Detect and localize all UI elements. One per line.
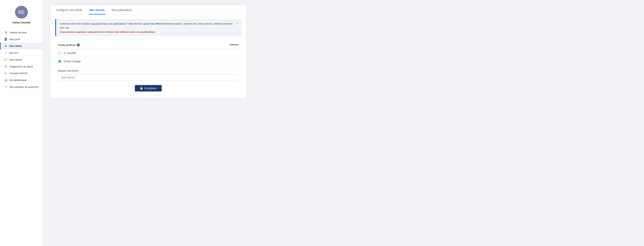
sidebar-item-mes-depots[interactable]: 📁 Mes dépôts: [0, 56, 43, 63]
info-banner-text: Comment votre nom d'auteur apparait-il d…: [60, 22, 238, 30]
col-forme-label: Forme préféree: [58, 44, 76, 46]
sidebar-item-label: Ma bibliothèque: [10, 79, 26, 81]
tabs-bar: Configurer mon IdHAL Mes formes Mes publ…: [50, 5, 246, 15]
orcid-icon: ID: [4, 72, 7, 75]
sidebar-item-mon-profil[interactable]: 👤 Mon profil: [0, 36, 43, 43]
file-icon: 📄: [4, 51, 7, 54]
add-form-section: Ajouter une forme :: [55, 69, 241, 81]
add-form-input[interactable]: [58, 74, 238, 81]
avatar: CC: [15, 6, 28, 19]
sidebar-item-label: Tableau de bord: [10, 31, 27, 34]
sidebar-item-label: Mes dépôts: [10, 58, 22, 61]
save-icon: 💾: [140, 87, 143, 90]
column-actions: Actions: [230, 43, 238, 47]
save-section: 💾 Enregistrer: [55, 85, 241, 91]
tab-content-mes-formes: Comment votre nom d'auteur apparait-il d…: [50, 15, 246, 98]
grid-icon: ⊞: [4, 31, 7, 34]
sidebar-item-ma-bibliotheque[interactable]: 📊 Ma bibliothèque: [0, 77, 43, 83]
sidebar-item-label: Mon IdHAL: [10, 45, 22, 47]
sidebar-item-label: Mon CV: [10, 52, 18, 54]
content-card: Configurer mon IdHAL Mes formes Mes publ…: [50, 5, 246, 98]
table-row: Cerise Courbet: [55, 57, 241, 66]
close-banner-button[interactable]: ×: [236, 21, 238, 24]
sidebar: CC Cerise Courbet ⊞ Tableau de bord 👤 Mo…: [0, 0, 43, 246]
radio-cerise-courbet[interactable]: [58, 60, 61, 63]
person-icon: 👤: [4, 38, 7, 41]
sidebar-item-label: Transfert ORCID: [10, 72, 28, 75]
sidebar-item-label: Mon profil: [10, 38, 20, 41]
sidebar-item-transfert-orcid[interactable]: ID Transfert ORCID: [0, 70, 43, 77]
info-banner: Comment votre nom d'auteur apparait-il d…: [55, 19, 241, 36]
sidebar-item-mon-idhal[interactable]: ✦ Mon IdHAL: [0, 43, 43, 49]
table-header: Forme préféree ? Actions: [55, 41, 241, 49]
save-button-label: Enregistrer: [144, 87, 156, 90]
file-plus-icon: 📋: [4, 65, 7, 68]
share-icon: ↗: [4, 85, 7, 88]
sidebar-item-tableau-de-bord[interactable]: ⊞ Tableau de bord: [0, 29, 43, 36]
table-row: C. Courbet: [55, 49, 241, 57]
main-content: Configurer mon IdHAL Mes formes Mes publ…: [43, 0, 644, 246]
sidebar-item-label: Suggestions de dépôt: [10, 65, 33, 68]
tab-mes-formes[interactable]: Mes formes: [89, 5, 105, 15]
chart-icon: 📊: [4, 78, 7, 82]
forme-label-cerise-courbet: Cerise Courbet: [64, 60, 80, 63]
sidebar-item-label: Mes partages de propriétés: [10, 86, 39, 88]
add-form-label: Ajouter une forme :: [58, 69, 238, 72]
tab-mes-publications[interactable]: Mes publications: [111, 5, 132, 15]
column-forme-preferee: Forme préféree ?: [58, 43, 80, 47]
fingerprint-icon: ✦: [4, 44, 7, 48]
radio-c-courbet[interactable]: [58, 51, 61, 55]
sidebar-item-suggestions-depot[interactable]: 📋 Suggestions de dépôt: [0, 63, 43, 70]
sidebar-item-mes-partages[interactable]: ↗ Mes partages de propriétés: [0, 83, 43, 90]
tab-configurer-idhal[interactable]: Configurer mon IdHAL: [55, 5, 83, 15]
folder-icon: 📁: [4, 58, 7, 61]
forme-label-c-courbet: C. Courbet: [64, 52, 76, 54]
save-button[interactable]: 💾 Enregistrer: [135, 85, 162, 91]
sidebar-item-mon-cv[interactable]: 📄 Mon CV: [0, 49, 43, 56]
nav-menu: ⊞ Tableau de bord 👤 Mon profil ✦ Mon IdH…: [0, 29, 43, 90]
help-icon[interactable]: ?: [77, 43, 80, 47]
info-banner-warning: Vous pouvez supprimer uniquement les for…: [60, 31, 238, 33]
user-name: Cerise Courbet: [12, 21, 30, 24]
